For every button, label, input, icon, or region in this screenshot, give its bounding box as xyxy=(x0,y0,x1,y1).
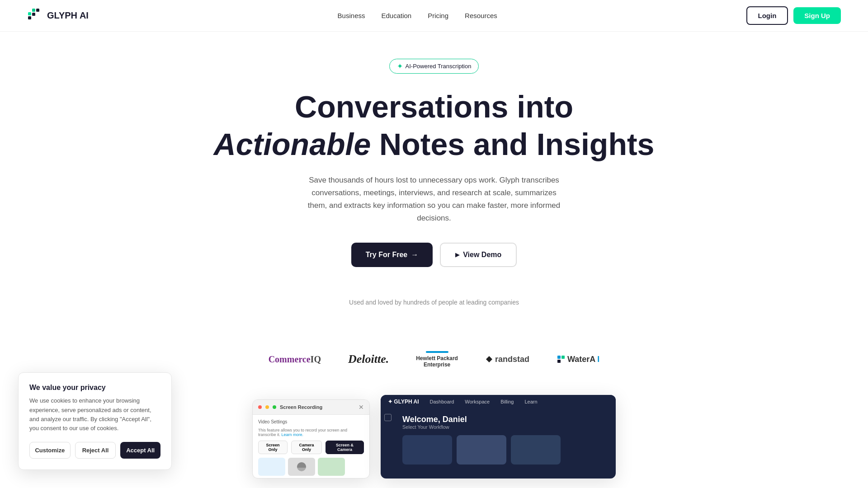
mock-close-icon[interactable]: ✕ xyxy=(359,404,364,411)
workflow-card-2[interactable] xyxy=(457,435,506,465)
mock-body: Video Settings This feature allows you t… xyxy=(253,415,369,479)
dashboard-content: Welcome, Daniel Select Your Workflow xyxy=(395,408,568,471)
logo[interactable]: GLYPH AI xyxy=(27,8,89,24)
dashboard-nav-dashboard: Dashboard xyxy=(429,399,454,404)
dashboard-subtitle: Select Your Workflow xyxy=(402,424,561,430)
nav-pricing[interactable]: Pricing xyxy=(428,12,448,19)
hero-headline-line1: Conversations into xyxy=(295,90,573,124)
dashboard-workflow-cards xyxy=(402,435,561,465)
cookie-customize-button[interactable]: Customize xyxy=(29,442,71,459)
mock-video-1 xyxy=(258,458,285,476)
svg-rect-6 xyxy=(561,356,565,359)
logo-deloitte: Deloitte. xyxy=(348,352,389,366)
cookie-reject-button[interactable]: Reject All xyxy=(75,442,116,459)
nav-links: Business Education Pricing Resources xyxy=(338,12,497,19)
navbar: GLYPH AI Business Education Pricing Reso… xyxy=(0,0,868,32)
hero-section: ✦ AI-Powered Transcription Conversations… xyxy=(0,0,868,351)
mock-title: Screen Recording xyxy=(280,404,322,410)
dashboard-body: Welcome, Daniel Select Your Workflow xyxy=(381,408,616,471)
nav-education[interactable]: Education xyxy=(381,12,411,19)
logo-hp: Hewlett PackardEnterprise xyxy=(416,351,458,368)
workflow-card-3[interactable] xyxy=(511,435,561,465)
logo-randstad: randstad xyxy=(485,355,529,364)
dashboard-nav-billing: Billing xyxy=(500,399,514,404)
mock-header: Screen Recording ✕ xyxy=(253,400,369,415)
hero-badge: ✦ AI-Powered Transcription xyxy=(389,59,479,74)
mock-video-row xyxy=(258,458,364,476)
trusted-text: Used and loved by hundreds of people at … xyxy=(349,299,519,306)
mock-video-3 xyxy=(318,458,345,476)
try-free-button[interactable]: Try For Free xyxy=(351,243,433,267)
mock-toggle-row: Screen Only Camera Only Screen & Camera xyxy=(258,441,364,454)
toggle-screen-camera[interactable]: Screen & Camera xyxy=(326,441,364,454)
toggle-camera-only[interactable]: Camera Only xyxy=(291,441,322,454)
svg-rect-2 xyxy=(28,16,31,19)
toggle-screen-only[interactable]: Screen Only xyxy=(258,441,288,454)
dashboard-welcome: Welcome, Daniel xyxy=(402,415,561,424)
hero-buttons: Try For Free View Demo xyxy=(351,243,517,267)
nav-resources[interactable]: Resources xyxy=(465,12,497,19)
dashboard-nav-learn: Learn xyxy=(524,399,537,404)
view-demo-button[interactable]: View Demo xyxy=(440,243,517,267)
dashboard-logo: ✦ GLYPH AI xyxy=(388,399,419,405)
cookie-accept-button[interactable]: Accept All xyxy=(120,442,160,459)
cookie-text: We use cookies to enhance your browsing … xyxy=(29,396,160,433)
signup-button[interactable]: Sign Up xyxy=(793,7,841,24)
badge-plus-icon: ✦ xyxy=(397,62,403,70)
svg-rect-1 xyxy=(32,9,35,12)
dashboard-nav-workspace: Workspace xyxy=(465,399,490,404)
workflow-card-1[interactable] xyxy=(402,435,452,465)
dashboard-card: ✦ GLYPH AI Dashboard Workspace Billing L… xyxy=(381,395,616,479)
dashboard-sidebar xyxy=(381,408,395,471)
login-button[interactable]: Login xyxy=(746,6,788,25)
sidebar-icon xyxy=(384,414,392,421)
hero-headline-bold: Actionable xyxy=(214,127,371,161)
logo-commerceiq: CommerceIQ xyxy=(269,354,321,365)
cookie-banner: We value your privacy We use cookies to … xyxy=(18,372,172,470)
svg-rect-0 xyxy=(28,12,31,15)
cookie-title: We value your privacy xyxy=(29,384,160,392)
logo-text: GLYPH AI xyxy=(47,10,89,21)
logo-waterai: WaterAI xyxy=(557,355,599,364)
hero-subtext: Save thousands of hours lost to unnecess… xyxy=(307,174,561,225)
hero-headline-rest: Notes and Insights xyxy=(371,127,654,161)
cookie-buttons: Customize Reject All Accept All xyxy=(29,442,160,459)
svg-rect-4 xyxy=(36,9,39,12)
hero-headline-line2: Actionable Notes and Insights xyxy=(214,127,655,161)
hero-badge-text: AI-Powered Transcription xyxy=(406,63,472,70)
svg-rect-7 xyxy=(557,360,561,363)
mock-video-2 xyxy=(288,458,315,476)
dashboard-nav: ✦ GLYPH AI Dashboard Workspace Billing L… xyxy=(381,395,616,408)
nav-business[interactable]: Business xyxy=(338,12,365,19)
mock-setting-label: Video Settings xyxy=(258,419,287,424)
svg-rect-3 xyxy=(32,13,35,16)
svg-rect-5 xyxy=(557,356,561,359)
nav-actions: Login Sign Up xyxy=(746,6,841,25)
screen-recording-card: Screen Recording ✕ Video Settings This f… xyxy=(252,399,370,479)
